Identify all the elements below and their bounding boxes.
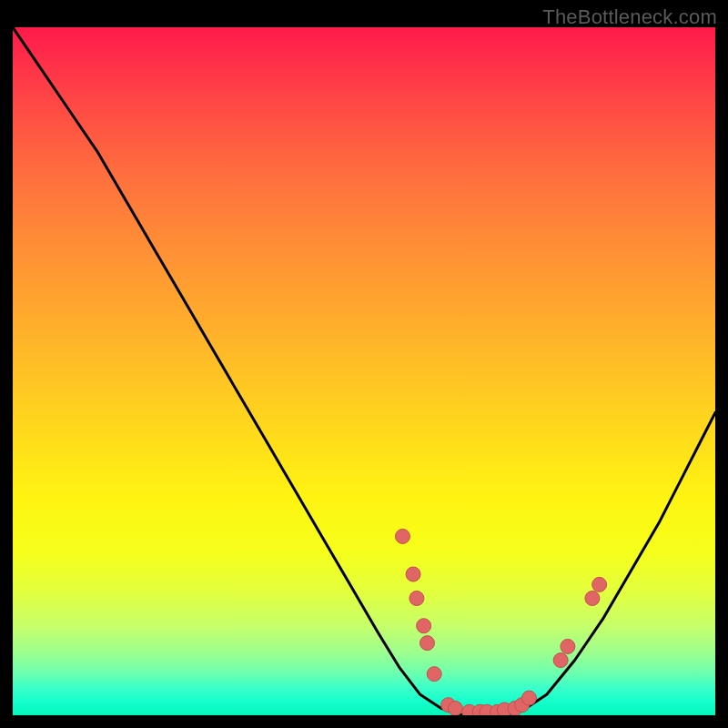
curve-layer <box>13 27 715 715</box>
plot-area <box>13 27 715 715</box>
data-dots <box>395 529 606 715</box>
data-dot <box>395 529 410 543</box>
chart-frame: TheBottleneck.com <box>0 0 728 728</box>
data-dot <box>417 619 431 633</box>
data-dot <box>592 577 607 592</box>
data-dot <box>427 667 441 682</box>
data-dot <box>406 567 420 581</box>
data-dot <box>410 591 424 605</box>
data-dot <box>561 639 575 653</box>
data-dot <box>553 653 568 668</box>
bottleneck-curve <box>13 27 715 715</box>
data-dot <box>521 691 536 705</box>
data-dot <box>420 636 434 651</box>
attribution-text: TheBottleneck.com <box>542 5 717 29</box>
data-dot <box>448 701 462 715</box>
data-dot <box>585 591 600 605</box>
